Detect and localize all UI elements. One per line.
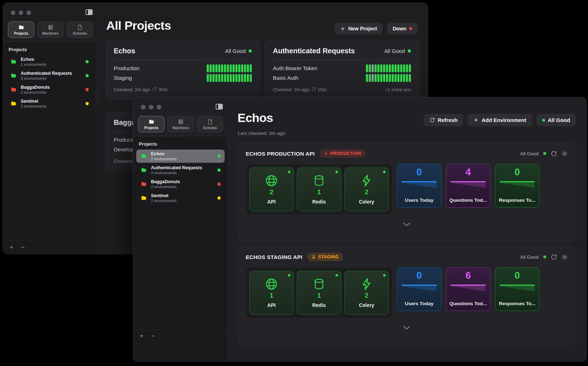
project-name: Authenticated Requests bbox=[21, 71, 72, 76]
echos-project-window: Projects Machines Schema Projects Echos bbox=[133, 97, 587, 361]
uptime-bar-segment bbox=[366, 64, 368, 72]
sidebar-project-item[interactable]: Sentinel 2 environments bbox=[136, 191, 225, 205]
traffic-lights bbox=[11, 10, 31, 15]
tab-label: Schema bbox=[203, 126, 217, 130]
uptime-bar-segment bbox=[207, 74, 209, 82]
uptime-bar-segment bbox=[409, 74, 411, 82]
metric-value: 0 bbox=[416, 167, 422, 177]
project-name: BaggaDonuts bbox=[151, 179, 180, 184]
uptime-bar-segment bbox=[403, 74, 405, 82]
uptime-bar-segment bbox=[235, 74, 237, 82]
project-card[interactable]: Authenticated Requests All Good Auth:Bea… bbox=[265, 40, 419, 99]
uptime-bar-segment bbox=[247, 64, 249, 72]
environment-section: ECHOS PRODUCTION API PRODUCTION All Good bbox=[237, 142, 576, 241]
remove-project-button[interactable] bbox=[20, 245, 25, 250]
uptime-bar-segment bbox=[369, 64, 371, 72]
add-project-button[interactable] bbox=[9, 245, 14, 250]
service-status-dot bbox=[335, 274, 338, 277]
sidebar-project-item[interactable]: BaggaDonuts 2 environments bbox=[6, 83, 93, 96]
uptime-bar-segment bbox=[227, 74, 229, 82]
uptime-bar-segment bbox=[212, 64, 215, 72]
zoom-button[interactable] bbox=[26, 10, 31, 15]
environment-section: ECHOS STAGING API STAGING All Good bbox=[237, 246, 576, 345]
uptime-bar-segment bbox=[383, 64, 385, 72]
uptime-bar-segment bbox=[221, 64, 223, 72]
tab[interactable]: Machines bbox=[37, 21, 64, 38]
remove-project-button[interactable] bbox=[151, 333, 156, 338]
uptime-bar-segment bbox=[218, 64, 220, 72]
project-environments-count: 3 environments bbox=[21, 76, 72, 80]
uptime-bar-segment bbox=[372, 64, 374, 72]
project-card[interactable]: Echos All Good Production bbox=[106, 40, 260, 99]
check-interval: 30m bbox=[158, 87, 167, 92]
tab[interactable]: Projects bbox=[8, 21, 34, 38]
tab[interactable]: Schema bbox=[67, 21, 93, 38]
folder-icon bbox=[10, 73, 17, 79]
echos-main: Echos Last checked: 3m ago Refresh Add E… bbox=[228, 97, 587, 361]
service-status-dot bbox=[383, 171, 386, 173]
minimize-button[interactable] bbox=[149, 105, 153, 109]
project-environments-count: 2 environments bbox=[21, 62, 46, 67]
folder-icon bbox=[18, 24, 24, 30]
uptime-bars bbox=[207, 64, 252, 72]
expand-section-button[interactable] bbox=[246, 221, 568, 228]
checked-timestamp: Checked: 2m ago bbox=[114, 87, 150, 92]
uptime-bar-segment bbox=[224, 74, 226, 82]
sidebar-header: Projects bbox=[9, 47, 96, 52]
refresh-button[interactable]: Refresh bbox=[424, 114, 464, 126]
tab[interactable]: Projects bbox=[138, 116, 165, 132]
uptime-bar-segment bbox=[389, 64, 391, 72]
add-environment-button[interactable]: Add Environment bbox=[467, 114, 532, 126]
environment-badge: STAGING bbox=[307, 253, 343, 261]
sidebar-project-item[interactable]: Echos 2 environments bbox=[6, 55, 93, 68]
project-environments-count: 3 environments bbox=[151, 171, 202, 175]
project-list: Echos 2 environments Authenticated Reque… bbox=[133, 150, 228, 205]
globe-icon bbox=[265, 174, 278, 187]
uptime-bar-segment bbox=[247, 74, 249, 82]
globe-icon bbox=[265, 277, 278, 291]
sidebar-project-item[interactable]: Echos 2 environments bbox=[136, 150, 225, 163]
sidebar-project-item[interactable]: BaggaDonuts 2 environments bbox=[136, 177, 225, 191]
sidebar-project-item[interactable]: Authenticated Requests 3 environments bbox=[136, 164, 225, 177]
uptime-bar-segment bbox=[395, 64, 397, 72]
expand-section-button[interactable] bbox=[246, 325, 568, 331]
section-refresh-button[interactable] bbox=[551, 254, 557, 260]
new-project-button[interactable]: New Project bbox=[334, 23, 383, 34]
close-button[interactable] bbox=[141, 105, 146, 109]
sidebar-toggle-button[interactable] bbox=[85, 9, 93, 16]
sidebar-project-item[interactable]: Authenticated Requests 3 environments bbox=[6, 69, 93, 82]
folder-icon bbox=[10, 101, 17, 107]
folder-icon bbox=[140, 181, 147, 187]
uptime-bar-segment bbox=[377, 74, 379, 82]
service-count: 2 bbox=[270, 188, 274, 196]
zoom-button[interactable] bbox=[157, 105, 161, 109]
down-status-dot bbox=[409, 27, 412, 30]
header-actions: Refresh Add Environment All Good bbox=[424, 114, 576, 126]
section-settings-button[interactable] bbox=[562, 151, 568, 157]
sidebar-project-item[interactable]: Sentinel 2 environments bbox=[6, 97, 93, 110]
status-dot bbox=[85, 60, 89, 63]
uptime-bar-segment bbox=[218, 74, 220, 82]
status-dot bbox=[408, 49, 411, 53]
tab[interactable]: Schema bbox=[197, 116, 223, 132]
status-dot bbox=[249, 49, 252, 53]
project-environments-count: 2 environments bbox=[151, 157, 177, 161]
sidebar-toggle-button[interactable] bbox=[215, 103, 223, 110]
section-settings-button[interactable] bbox=[562, 254, 568, 260]
section-status: All Good bbox=[520, 254, 539, 260]
project-environments-count: 2 environments bbox=[151, 185, 180, 189]
tab[interactable]: Machines bbox=[167, 116, 194, 132]
section-refresh-button[interactable] bbox=[551, 151, 557, 157]
down-filter-button[interactable]: Down bbox=[387, 23, 418, 34]
uptime-bar-segment bbox=[244, 74, 246, 82]
environment-name: Auth:Bearer Token bbox=[273, 65, 317, 71]
minimize-button[interactable] bbox=[19, 10, 23, 15]
project-card-status: All Good bbox=[384, 48, 411, 54]
schema-icon bbox=[207, 119, 213, 125]
metric-card: 4 Questions Tod... bbox=[446, 164, 490, 208]
close-button[interactable] bbox=[11, 10, 15, 15]
folder-icon bbox=[10, 59, 17, 65]
uptime-bar-segment bbox=[377, 64, 379, 72]
add-project-button[interactable] bbox=[139, 333, 144, 338]
metric-value: 0 bbox=[416, 271, 422, 280]
